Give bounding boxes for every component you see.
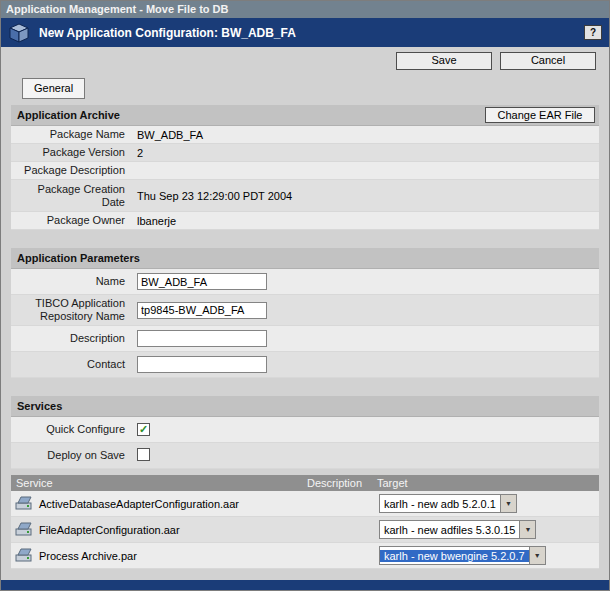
- package-owner-label: Package Owner: [11, 212, 133, 229]
- deploy-on-save-label: Deploy on Save: [11, 447, 133, 464]
- quick-configure-label: Quick Configure: [11, 421, 133, 438]
- package-creation-date-value: Thu Sep 23 12:29:00 PDT 2004: [133, 188, 599, 204]
- check-icon: ✓: [139, 424, 148, 435]
- field-row-package-creation-date: Package Creation Date Thu Sep 23 12:29:0…: [11, 180, 599, 212]
- package-version-label: Package Version: [11, 144, 133, 161]
- page-header: New Application Configuration: BW_ADB_FA…: [1, 18, 609, 47]
- description-column-header: Description: [307, 477, 377, 489]
- field-row-package-description: Package Description: [11, 162, 599, 180]
- package-version-value: 2: [133, 145, 599, 161]
- deploy-on-save-checkbox[interactable]: ✓: [137, 448, 150, 461]
- package-name-label: Package Name: [11, 126, 133, 143]
- description-label: Description: [11, 330, 133, 347]
- package-description-label: Package Description: [11, 162, 133, 179]
- action-toolbar: Save Cancel: [1, 47, 609, 74]
- field-row-package-owner: Package Owner lbanerje: [11, 212, 599, 230]
- package-owner-value: lbanerje: [133, 213, 599, 229]
- name-label: Name: [11, 273, 133, 290]
- target-selected-value: karlh - new bwengine 5.2.0.7: [380, 550, 529, 562]
- target-selected-value: karlh - new adfiles 5.3.0.15: [380, 524, 519, 536]
- service-name: FileAdapterConfiguration.aar: [39, 524, 180, 536]
- service-name: Process Archive.par: [39, 550, 137, 562]
- repository-name-label: TIBCO Application Repository Name: [11, 295, 133, 325]
- chevron-down-icon: ▼: [529, 547, 545, 564]
- package-name-value: BW_ADB_FA: [133, 127, 599, 143]
- application-parameters-header: Application Parameters: [11, 248, 599, 269]
- application-archive-section: Application Archive Change EAR File Pack…: [11, 105, 599, 230]
- field-row-deploy-on-save: Deploy on Save ✓: [11, 443, 599, 469]
- quick-configure-checkbox[interactable]: ✓: [137, 423, 150, 436]
- application-parameters-title: Application Parameters: [17, 252, 140, 264]
- field-row-quick-configure: Quick Configure ✓: [11, 417, 599, 443]
- name-input[interactable]: [137, 273, 267, 290]
- adapter-archive-icon: [15, 495, 33, 512]
- application-archive-header: Application Archive Change EAR File: [11, 105, 599, 126]
- services-table-header: Service Description Target: [11, 475, 599, 491]
- contact-input[interactable]: [137, 356, 267, 373]
- cancel-button[interactable]: Cancel: [500, 52, 596, 70]
- repository-name-input[interactable]: [137, 302, 267, 319]
- package-creation-date-label: Package Creation Date: [11, 181, 133, 211]
- application-archive-title: Application Archive: [17, 109, 120, 121]
- window-titlebar: Application Management - Move File to DB: [1, 1, 609, 18]
- field-row-repository-name: TIBCO Application Repository Name: [11, 295, 599, 326]
- service-column-header: Service: [11, 477, 307, 489]
- chevron-down-icon: ▼: [519, 521, 535, 538]
- target-column-header: Target: [377, 477, 599, 489]
- adapter-archive-icon: [15, 521, 33, 538]
- page-title: New Application Configuration: BW_ADB_FA: [39, 26, 296, 40]
- application-parameters-section: Application Parameters Name TIBCO Applic…: [11, 248, 599, 378]
- services-header: Services: [11, 396, 599, 417]
- target-select-bwengine[interactable]: karlh - new bwengine 5.2.0.7 ▼: [379, 546, 546, 565]
- tab-bar: General: [1, 74, 609, 99]
- field-row-description: Description: [11, 326, 599, 352]
- service-row-adb: ActiveDatabaseAdapterConfiguration.aar k…: [11, 491, 599, 517]
- service-row-adfiles: FileAdapterConfiguration.aar karlh - new…: [11, 517, 599, 543]
- service-row-process-archive: Process Archive.par karlh - new bwengine…: [11, 543, 599, 569]
- tab-general[interactable]: General: [22, 78, 85, 99]
- process-archive-icon: [15, 547, 33, 564]
- field-row-package-version: Package Version 2: [11, 144, 599, 162]
- target-select-adb[interactable]: karlh - new adb 5.2.0.1 ▼: [379, 494, 517, 513]
- services-section: Services Quick Configure ✓ Deploy on Sav…: [11, 396, 599, 569]
- window-footer-bar: [1, 580, 609, 590]
- contact-label: Contact: [11, 356, 133, 373]
- chevron-down-icon: ▼: [500, 495, 516, 512]
- change-ear-file-button[interactable]: Change EAR File: [485, 107, 595, 123]
- application-config-window: Application Management - Move File to DB…: [0, 0, 610, 591]
- package-cube-icon: [8, 23, 30, 43]
- description-input[interactable]: [137, 330, 267, 347]
- target-select-adfiles[interactable]: karlh - new adfiles 5.3.0.15 ▼: [379, 520, 536, 539]
- field-row-contact: Contact: [11, 352, 599, 378]
- package-description-value: [133, 169, 599, 173]
- services-title: Services: [17, 400, 62, 412]
- field-row-name: Name: [11, 269, 599, 295]
- help-button[interactable]: ?: [584, 25, 602, 40]
- field-row-package-name: Package Name BW_ADB_FA: [11, 126, 599, 144]
- window-title: Application Management - Move File to DB: [6, 3, 228, 15]
- target-selected-value: karlh - new adb 5.2.0.1: [380, 498, 500, 510]
- save-button[interactable]: Save: [396, 52, 492, 70]
- service-name: ActiveDatabaseAdapterConfiguration.aar: [39, 498, 239, 510]
